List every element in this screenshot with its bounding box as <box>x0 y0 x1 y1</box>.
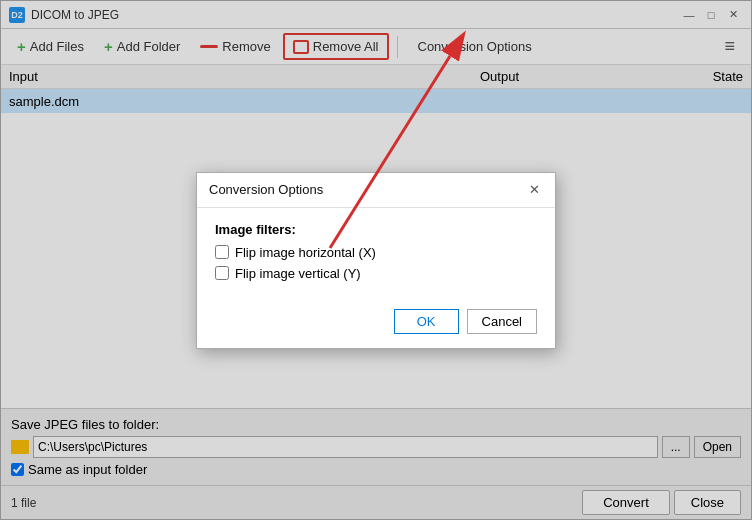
dialog-overlay: Conversion Options ✕ Image filters: Flip… <box>0 0 752 520</box>
dialog-footer: OK Cancel <box>197 301 555 348</box>
dialog-ok-button[interactable]: OK <box>394 309 459 334</box>
dialog-cancel-button[interactable]: Cancel <box>467 309 537 334</box>
app-window: D2 DICOM to JPEG — □ ✕ + Add Files + Add… <box>0 0 752 520</box>
flip-horizontal-checkbox[interactable] <box>215 245 229 259</box>
dialog-close-button[interactable]: ✕ <box>525 181 543 199</box>
flip-horizontal-row: Flip image horizontal (X) <box>215 245 537 260</box>
conversion-options-dialog: Conversion Options ✕ Image filters: Flip… <box>196 172 556 349</box>
dialog-title: Conversion Options <box>209 182 323 197</box>
dialog-body: Image filters: Flip image horizontal (X)… <box>197 208 555 301</box>
flip-vertical-label: Flip image vertical (Y) <box>235 266 361 281</box>
flip-vertical-row: Flip image vertical (Y) <box>215 266 537 281</box>
flip-vertical-checkbox[interactable] <box>215 266 229 280</box>
dialog-title-bar: Conversion Options ✕ <box>197 173 555 208</box>
flip-horizontal-label: Flip image horizontal (X) <box>235 245 376 260</box>
image-filters-label: Image filters: <box>215 222 537 237</box>
